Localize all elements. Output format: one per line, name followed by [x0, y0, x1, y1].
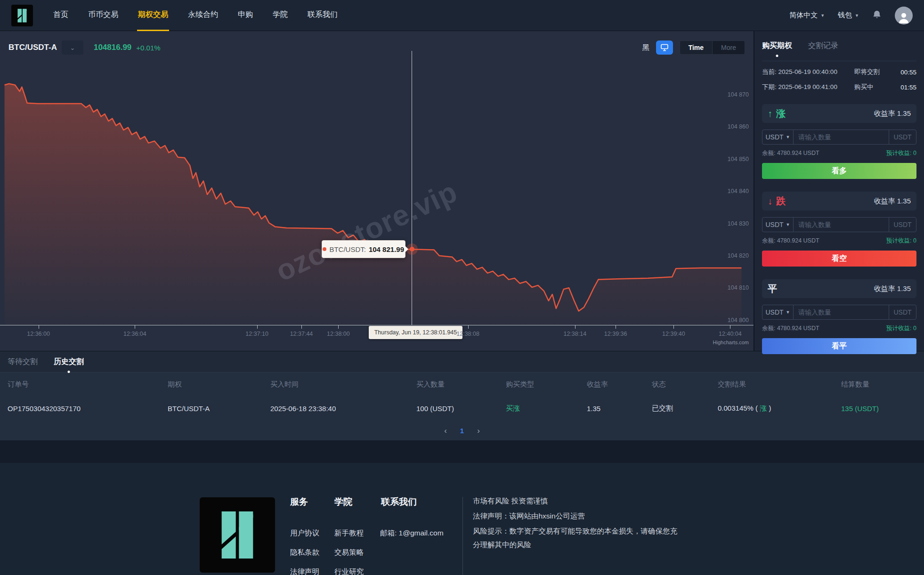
active-tab-dot	[68, 371, 70, 373]
nav-item-spot[interactable]: 币币交易	[87, 0, 119, 31]
monitor-icon	[660, 44, 669, 51]
cell-order-id: OP1750304320357170	[8, 405, 168, 413]
chart-style-button[interactable]	[656, 40, 673, 55]
chevron-down-icon: ▼	[786, 222, 790, 227]
buy-long-button[interactable]: 看多	[762, 163, 916, 179]
price-tooltip: BTC/USDT: 104 821.99	[322, 240, 405, 258]
nav-item-contact[interactable]: 联系我们	[307, 0, 339, 31]
amount-input[interactable]	[794, 130, 889, 144]
x-axis-tick	[673, 325, 674, 329]
cell-status: 已交割	[652, 404, 718, 413]
cell-buy-time: 2025-06-18 23:38:40	[270, 405, 416, 413]
notification-bell-icon[interactable]	[872, 9, 882, 22]
cell-settlement: 135 (USDT)	[841, 405, 924, 413]
tab-time[interactable]: Time	[680, 41, 712, 54]
main-menu: 首页 币币交易 期权交易 永续合约 申购 学院 联系我们	[43, 0, 348, 31]
footer-link-legal[interactable]: 法律声明	[290, 567, 319, 575]
col-status: 状态	[652, 380, 718, 389]
prev-page-button[interactable]: ‹	[444, 426, 447, 436]
col-result: 交割结果	[718, 380, 841, 389]
table-header: 订单号 期权 买入时间 买入数量 购买类型 收益率 状态 交割结果 结算数量	[0, 373, 924, 396]
nav-item-subscribe[interactable]: 申购	[237, 0, 254, 31]
user-avatar[interactable]	[895, 7, 913, 24]
nav-item-perpetual[interactable]: 永续合约	[187, 0, 219, 31]
section-flat-title: 平 收益率 1.35	[762, 279, 916, 298]
x-axis-tick	[616, 325, 616, 329]
pagination: ‹ 1 ›	[0, 421, 924, 441]
currency-select[interactable]: USDT▼	[762, 218, 794, 232]
next-period-row: 下期: 2025-06-19 00:41:00 购买中 01:55	[762, 83, 916, 91]
app-root: 首页 币币交易 期权交易 永续合约 申购 学院 联系我们 简体中文▼ 钱包▼ B…	[0, 0, 924, 575]
buy-short-button[interactable]: 看空	[762, 251, 916, 267]
footer-link-industry-research[interactable]: 行业研究	[334, 567, 364, 575]
footer-contact-email[interactable]: 邮箱: 1@gmail.com	[380, 528, 444, 538]
x-axis-label: 12:38:00	[327, 331, 350, 337]
tooltip-series-label: BTC/USDT:	[329, 245, 366, 253]
y-axis-label: 104 830	[728, 220, 749, 227]
nav-item-academy[interactable]: 学院	[272, 0, 289, 31]
theme-label[interactable]: 黑	[642, 43, 649, 52]
tab-delivery-records[interactable]: 交割记录	[808, 41, 838, 51]
tab-history-delivery[interactable]: 历史交割	[54, 357, 84, 367]
currency-suffix: USDT	[889, 218, 916, 232]
brand-logo[interactable]	[11, 5, 33, 26]
cell-type: 买涨	[506, 404, 587, 413]
footer: 服务 用户协议 隐私条款 法律声明 学院 新手教程 交易策略 行业研究 联系我们…	[0, 463, 924, 575]
buy-flat-button[interactable]: 看平	[762, 338, 916, 354]
risk-line-1: 市场有风险 投资需谨慎	[473, 494, 548, 508]
y-axis-label: 104 810	[728, 284, 749, 291]
footer-link-user-agreement[interactable]: 用户协议	[290, 528, 319, 538]
x-axis-label: 12:37:44	[290, 331, 313, 337]
currency-select[interactable]: USDT▼	[762, 305, 794, 319]
current-period-row: 当前: 2025-06-19 00:40:00 即将交割 00:55	[762, 68, 916, 76]
tooltip-value: 104 821.99	[369, 245, 404, 253]
tab-pending-delivery[interactable]: 等待交割	[8, 357, 38, 367]
language-dropdown[interactable]: 简体中文▼	[789, 11, 825, 20]
balance-row: 余额: 4780.924 USDT 预计收益: 0	[762, 149, 916, 157]
x-axis-label: 12:36:00	[27, 331, 50, 337]
symbol-dropdown[interactable]: ⌄	[62, 40, 83, 55]
footer-divider	[462, 497, 463, 575]
active-tab-dot	[776, 55, 778, 57]
symbol-label: BTC/USDT-A	[8, 43, 57, 52]
currency-suffix: USDT	[889, 305, 916, 319]
wallet-dropdown[interactable]: 钱包▼	[838, 11, 859, 20]
y-axis-label: 104 840	[728, 188, 749, 194]
currency-select[interactable]: USDT▼	[762, 130, 794, 144]
currency-suffix: USDT	[889, 130, 916, 144]
highcharts-credit[interactable]: Highcharts.com	[713, 340, 749, 345]
y-axis-label: 104 860	[728, 123, 749, 130]
panel-tabs: 购买期权 交割记录	[762, 31, 916, 61]
table-row[interactable]: OP1750304320357170 BTC/USDT-A 2025-06-18…	[0, 396, 924, 421]
footer-link-trading-strategy[interactable]: 交易策略	[334, 548, 364, 558]
balance-row: 余额: 4780.924 USDT 预计收益: 0	[762, 324, 916, 332]
col-rate: 收益率	[587, 380, 652, 389]
x-axis-tick	[257, 325, 258, 329]
x-axis-tick	[575, 325, 575, 329]
footer-col-academy: 学院	[334, 496, 352, 508]
amount-input[interactable]	[794, 305, 889, 319]
top-nav: 首页 币币交易 期权交易 永续合约 申购 学院 联系我们 简体中文▼ 钱包▼	[0, 0, 924, 31]
page-number[interactable]: 1	[460, 427, 464, 435]
nav-item-options[interactable]: 期权交易	[137, 0, 169, 31]
x-axis-tick	[338, 325, 339, 329]
next-page-button[interactable]: ›	[477, 426, 480, 436]
col-buy-time: 买入时间	[270, 380, 416, 389]
series-dot-icon	[323, 247, 326, 251]
nav-item-home[interactable]: 首页	[52, 0, 69, 31]
section-up-title: ↑涨 收益率 1.35	[762, 104, 916, 123]
amount-input[interactable]	[794, 218, 889, 232]
footer-link-beginner-tutorial[interactable]: 新手教程	[334, 528, 364, 538]
footer-link-privacy[interactable]: 隐私条款	[290, 548, 319, 558]
y-axis-label: 104 800	[728, 317, 749, 324]
chart-controls: 黑 Time More	[642, 40, 745, 55]
tab-buy-options[interactable]: 购买期权	[762, 41, 792, 51]
tab-more[interactable]: More	[712, 41, 745, 54]
footer-col-contact: 联系我们	[381, 496, 417, 508]
chart-plot-area[interactable]: 104 870104 860104 850104 840104 830104 8…	[0, 64, 754, 325]
x-axis-label: 12:36:04	[123, 331, 146, 337]
risk-line-3: 风险提示：数字资产交易有可能导致您的本金损失，请确保您充分理解其中的风险	[473, 524, 680, 551]
nav-right: 简体中文▼ 钱包▼	[789, 7, 913, 24]
current-price: 104816.99	[94, 43, 131, 52]
arrow-down-icon: ↓	[768, 196, 772, 207]
